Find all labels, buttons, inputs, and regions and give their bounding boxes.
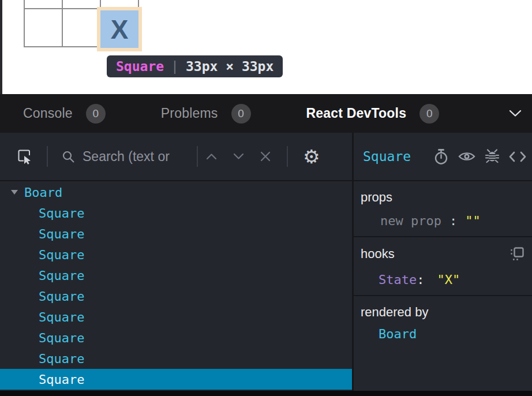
inspect-element-icon[interactable] — [16, 148, 32, 165]
tab-count-badge: 0 — [231, 104, 251, 124]
settings-gear-icon[interactable]: ⚙ — [303, 145, 320, 168]
tree-item-square[interactable]: Square — [0, 348, 352, 369]
tooltip-component-name: Square — [116, 59, 164, 74]
components-tree-panel: ⚙ Board Square Square Square Square Squa… — [0, 133, 354, 396]
next-result-icon[interactable] — [233, 153, 244, 160]
window-edge — [0, 0, 2, 94]
details-header-icons — [433, 148, 526, 165]
react-devtools-panel: ⚙ Board Square Square Square Square Squa… — [0, 133, 532, 396]
bottom-edge-bar — [0, 391, 532, 396]
toolbar-divider — [47, 146, 48, 167]
tree-item-square[interactable]: Square — [0, 203, 352, 223]
tree-item-square[interactable]: Square — [0, 286, 352, 307]
tab-count-badge: 0 — [86, 104, 106, 124]
state-hook-row: State:"X" — [361, 272, 526, 287]
search-input[interactable] — [83, 149, 197, 165]
tree-item-label: Square — [39, 289, 84, 304]
tree-item-square[interactable]: Square — [0, 327, 352, 348]
board-cell[interactable] — [63, 0, 100, 8]
tree-item-label: Square — [39, 206, 84, 221]
parse-hook-names-icon[interactable] — [509, 246, 525, 261]
rendered-by-board-link[interactable]: Board — [361, 327, 526, 341]
tree-item-square[interactable]: Square — [0, 244, 352, 265]
toolbar-divider — [287, 146, 288, 167]
props-header: props — [361, 190, 526, 205]
tooltip-dimensions: 33px × 33px — [186, 59, 274, 74]
chevron-down-icon[interactable] — [509, 110, 522, 117]
tree-item-label: Square — [39, 227, 84, 241]
screen: X Square | 33px × 33px Console 0 Problem… — [0, 0, 532, 396]
state-value-field[interactable]: "X" — [437, 272, 460, 287]
tree-toolbar: ⚙ — [0, 133, 352, 181]
debug-bug-icon[interactable] — [485, 148, 500, 165]
tab-problems[interactable]: Problems 0 — [161, 104, 251, 124]
component-tree: Board Square Square Square Square Square… — [0, 181, 352, 390]
square-cell-value: X — [111, 14, 129, 45]
tree-item-label: Square — [39, 352, 84, 366]
rendered-by-header: rendered by — [361, 305, 526, 320]
tree-item-board[interactable]: Board — [0, 182, 352, 203]
browser-page: X Square | 33px × 33px — [0, 0, 532, 94]
new-prop-field[interactable]: new prop — [380, 214, 441, 228]
key-value-colon: : — [417, 272, 424, 287]
hooks-header: hooks — [361, 246, 395, 261]
tree-item-square[interactable]: Square — [0, 223, 352, 244]
props-section: props new prop:"" — [354, 181, 532, 237]
hooks-section: hooks State:"X" — [354, 237, 532, 296]
tab-label: Problems — [161, 106, 218, 121]
tab-label: React DevTools — [306, 106, 407, 121]
tree-item-label: Board — [24, 185, 62, 200]
tooltip-divider: | — [171, 59, 179, 74]
devtools-tab-bar: Console 0 Problems 0 React DevTools 0 — [0, 94, 532, 133]
tree-item-label: Square — [39, 248, 84, 262]
tree-item-square[interactable]: Square — [0, 265, 352, 286]
search-icon — [62, 150, 75, 163]
board-cell[interactable] — [25, 9, 62, 46]
component-details-panel: Square — [354, 133, 532, 396]
tree-item-label: Square — [39, 372, 84, 387]
selected-component-name: Square — [363, 149, 411, 164]
props-row: new prop:"" — [361, 214, 526, 228]
state-hook-label: State — [379, 272, 417, 287]
clear-search-icon[interactable] — [260, 151, 271, 162]
tab-console[interactable]: Console 0 — [23, 104, 106, 124]
details-header: Square — [354, 133, 532, 181]
previous-result-icon[interactable] — [206, 153, 217, 160]
board-cell[interactable] — [63, 9, 100, 46]
inspect-highlight-padding: X — [97, 7, 142, 51]
new-prop-value-field[interactable]: "" — [465, 214, 481, 228]
rendered-by-section: rendered by Board — [354, 296, 532, 349]
toolbar-divider — [197, 146, 198, 167]
tree-item-label: Square — [39, 331, 84, 345]
tree-item-label: Square — [39, 268, 84, 283]
board-cell[interactable] — [25, 0, 62, 8]
key-value-colon: : — [449, 214, 457, 228]
inspect-dom-eye-icon[interactable] — [458, 151, 475, 162]
tree-item-label: Square — [39, 310, 84, 324]
tab-label: Console — [23, 106, 73, 121]
hooks-header-row: hooks — [361, 246, 526, 261]
tree-item-square[interactable]: Square — [0, 307, 352, 327]
expand-arrow-icon[interactable] — [11, 190, 18, 195]
tab-count-badge: 0 — [419, 104, 439, 124]
view-source-code-icon[interactable] — [509, 151, 526, 162]
tree-item-square[interactable]: Square — [0, 369, 352, 390]
inspect-highlight-overlay[interactable]: X — [100, 10, 138, 48]
tab-react-devtools[interactable]: React DevTools 0 — [306, 104, 440, 124]
suspense-timer-icon[interactable] — [433, 148, 449, 165]
element-size-tooltip: Square | 33px × 33px — [107, 55, 283, 77]
